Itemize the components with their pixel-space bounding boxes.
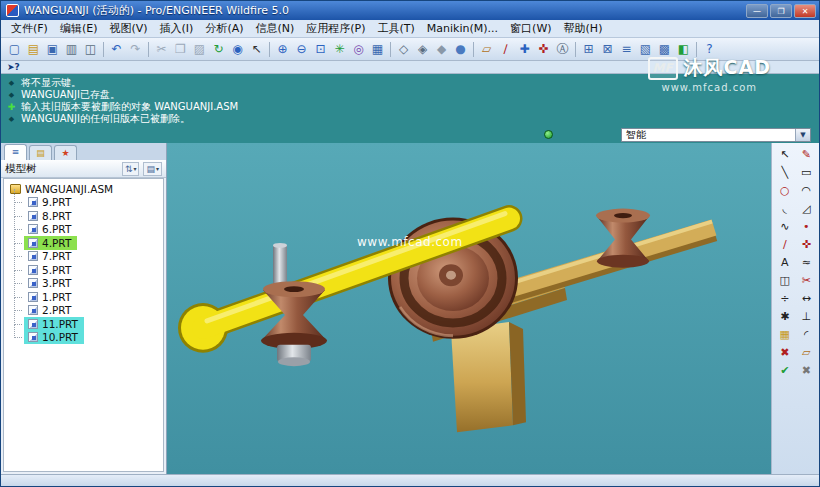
logo-url-text: www.mfcad.com [648, 82, 771, 93]
chevron-down-icon[interactable]: ▼ [795, 129, 810, 141]
redo-icon[interactable]: ↷ [126, 40, 145, 59]
tree-item-2-prt[interactable]: 2.PRT [24, 304, 77, 318]
repaint-icon[interactable]: ✳ [330, 40, 349, 59]
new-window-icon[interactable]: ⊞ [579, 40, 598, 59]
menu-item-9[interactable]: 窗口(W) [504, 19, 557, 38]
datum-plane-tool-icon[interactable]: ▱ [796, 344, 818, 360]
tree-item-6-prt[interactable]: 6.PRT [24, 223, 77, 237]
divide-tool-icon[interactable]: ÷ [774, 290, 796, 306]
arc-tool-icon[interactable]: ◠ [796, 182, 818, 198]
mf-logo-icon: MF [648, 57, 678, 80]
tree-item-11-prt[interactable]: 11.PRT [24, 317, 84, 331]
sketch-tool-icon[interactable]: ✎ [796, 146, 818, 162]
refit-icon[interactable]: ⊡ [311, 40, 330, 59]
paste-icon[interactable]: ▨ [190, 40, 209, 59]
copy-icon[interactable]: ❐ [171, 40, 190, 59]
menu-item-3[interactable]: 插入(I) [154, 19, 200, 38]
hidden-line-display-icon[interactable]: ◈ [413, 40, 432, 59]
open-file-icon[interactable]: ▤ [24, 40, 43, 59]
csys-tool-icon[interactable]: ✜ [796, 236, 818, 252]
fillet-tool-icon[interactable]: ◟ [774, 200, 796, 216]
text-tool-icon[interactable]: A [774, 254, 796, 270]
menu-item-5[interactable]: 信息(N) [250, 19, 301, 38]
datum-axes-toggle-icon[interactable]: ∕ [496, 40, 515, 59]
menu-item-7[interactable]: 工具(T) [372, 19, 421, 38]
status-indicator-icon [544, 130, 553, 139]
menu-item-1[interactable]: 编辑(E) [54, 19, 104, 38]
constraint-tool-icon[interactable]: ⊥ [796, 308, 818, 324]
zoom-out-icon[interactable]: ⊖ [292, 40, 311, 59]
trim-tool-icon[interactable]: ✂ [796, 272, 818, 288]
viewport-3d[interactable]: www.mfcad.com [167, 143, 771, 474]
done-button-icon[interactable]: ✔ [774, 362, 796, 378]
maximize-button[interactable]: ❐ [770, 4, 792, 18]
csys-toggle-icon[interactable]: ✜ [534, 40, 553, 59]
close-button[interactable]: ✕ [794, 4, 816, 18]
settings-menu-button[interactable]: ▤▾ [143, 162, 162, 176]
point-tool-icon[interactable]: • [796, 218, 818, 234]
zoom-in-icon[interactable]: ⊕ [273, 40, 292, 59]
new-file-icon[interactable]: ▢ [5, 40, 24, 59]
save-file-icon[interactable]: ▣ [43, 40, 62, 59]
tree-item-8-prt[interactable]: 8.PRT [24, 209, 77, 223]
delete-segment-tool-icon[interactable]: ✖ [774, 344, 796, 360]
tree-item-1-prt[interactable]: 1.PRT [24, 290, 77, 304]
context-help-icon[interactable]: ➤? [7, 62, 20, 72]
regenerate-icon[interactable]: ↻ [209, 40, 228, 59]
tree-item-4-prt[interactable]: 4.PRT [24, 236, 77, 250]
offset-tool-icon[interactable]: ≈ [796, 254, 818, 270]
tree-item-7-prt[interactable]: 7.PRT [24, 250, 77, 264]
message-line: ◆WANGUANJI的任何旧版本已被删除。 [7, 113, 819, 125]
chamfer-tool-icon[interactable]: ◿ [796, 200, 818, 216]
menu-item-8[interactable]: Manikin(M)... [421, 20, 504, 37]
tree-root-wanguanji-asm[interactable]: WANGUANJI.ASM [6, 182, 119, 196]
tree-item-10-prt[interactable]: 10.PRT [24, 331, 84, 345]
cut-icon[interactable]: ✂ [152, 40, 171, 59]
find-icon[interactable]: ◉ [228, 40, 247, 59]
model-canvas[interactable] [167, 143, 771, 474]
print-icon[interactable]: ▥ [62, 40, 81, 59]
select-icon[interactable]: ↖ [247, 40, 266, 59]
spin-center-icon[interactable]: ◎ [349, 40, 368, 59]
folder-browser-tab[interactable]: ▤ [29, 145, 52, 160]
annotation-toggle-icon[interactable]: Ⓐ [553, 40, 572, 59]
spline-tool-icon[interactable]: ∿ [774, 218, 796, 234]
menu-item-6[interactable]: 应用程序(P) [300, 19, 371, 38]
datum-points-toggle-icon[interactable]: ✚ [515, 40, 534, 59]
axis-tool-icon[interactable]: ∕ [774, 236, 796, 252]
model-tree-toggle-icon[interactable]: ≡ [617, 40, 636, 59]
menu-item-4[interactable]: 分析(A) [199, 19, 249, 38]
title-bar[interactable]: WANGUANJI (活动的) - Pro/ENGINEER Wildfire … [1, 1, 819, 20]
palette-tool-icon[interactable]: ▦ [774, 326, 796, 342]
select-tool-icon[interactable]: ↖ [774, 146, 796, 162]
rectangle-tool-icon[interactable]: ▭ [796, 164, 818, 180]
datum-planes-toggle-icon[interactable]: ▱ [477, 40, 496, 59]
menu-item-10[interactable]: 帮助(H) [558, 19, 609, 38]
saved-views-icon[interactable]: ▦ [368, 40, 387, 59]
model-support-block[interactable] [451, 322, 526, 432]
modify-tool-icon[interactable]: ✱ [774, 308, 796, 324]
circle-tool-icon[interactable]: ○ [774, 182, 796, 198]
minimize-button[interactable]: — [746, 4, 768, 18]
no-hidden-display-icon[interactable]: ◆ [432, 40, 451, 59]
tree-item-3-prt[interactable]: 3.PRT [24, 277, 77, 291]
print-preview-icon[interactable]: ◫ [81, 40, 100, 59]
use-edge-tool-icon[interactable]: ◜ [796, 326, 818, 342]
selection-filter-combo[interactable]: 智能 ▼ [621, 128, 811, 142]
line-tool-icon[interactable]: ╲ [774, 164, 796, 180]
shaded-display-icon[interactable]: ● [451, 40, 470, 59]
show-menu-button[interactable]: ⇅▾ [122, 162, 140, 176]
mirror-tool-icon[interactable]: ◫ [774, 272, 796, 288]
menu-item-0[interactable]: 文件(F) [5, 19, 54, 38]
tree-item-5-prt[interactable]: 5.PRT [24, 263, 77, 277]
wireframe-display-icon[interactable]: ◇ [394, 40, 413, 59]
quit-button-icon[interactable]: ✖ [796, 362, 818, 378]
menu-item-2[interactable]: 视图(V) [103, 19, 153, 38]
undo-icon[interactable]: ↶ [107, 40, 126, 59]
favorites-tab[interactable]: ★ [54, 145, 77, 160]
close-window-icon[interactable]: ⊠ [598, 40, 617, 59]
dimension-tool-icon[interactable]: ↔ [796, 290, 818, 306]
part-icon [28, 238, 38, 248]
model-tree-tab[interactable]: ≡ [4, 144, 27, 160]
tree-item-9-prt[interactable]: 9.PRT [24, 196, 77, 210]
